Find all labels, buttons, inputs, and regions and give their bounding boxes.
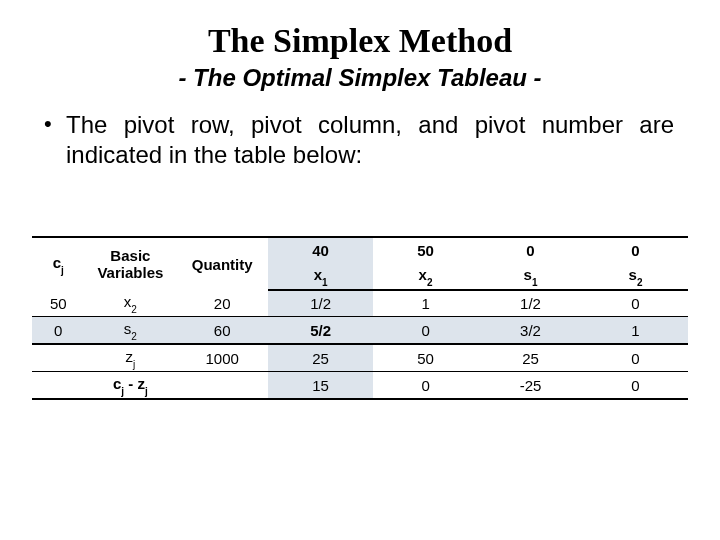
header-cj: cj [32, 237, 84, 290]
diff-s2: 0 [583, 372, 688, 400]
var-s2: s2 [583, 263, 688, 290]
row1-cj: 50 [32, 290, 84, 317]
diff-x1: 15 [268, 372, 373, 400]
var-x1: x1 [268, 263, 373, 290]
cost-0a: 0 [478, 237, 583, 263]
zj-x2: 50 [373, 344, 478, 372]
zj-s2: 0 [583, 344, 688, 372]
zj-x1: 25 [268, 344, 373, 372]
zj-qty: 1000 [176, 344, 268, 372]
cost-0b: 0 [583, 237, 688, 263]
bullet-text: The pivot row, pivot column, and pivot n… [40, 110, 674, 170]
row1-s1: 1/2 [478, 290, 583, 317]
page-title: The Simplex Method [40, 22, 680, 60]
var-x2: x2 [373, 263, 478, 290]
cj-minus-zj-label: cj - zj [84, 372, 176, 400]
header-quantity: Quantity [176, 237, 268, 290]
row2-basic: s2 [84, 317, 176, 345]
page-subtitle: - The Optimal Simplex Tableau - [40, 64, 680, 92]
row2-cj: 0 [32, 317, 84, 345]
cost-50: 50 [373, 237, 478, 263]
row2-x2: 0 [373, 317, 478, 345]
diff-x2: 0 [373, 372, 478, 400]
zj-s1: 25 [478, 344, 583, 372]
row1-x2: 1 [373, 290, 478, 317]
row1-basic: x2 [84, 290, 176, 317]
header-basic-variables: Basic Variables [84, 237, 176, 290]
simplex-tableau: cj Basic Variables Quantity 40 50 0 0 x1… [32, 236, 688, 400]
diff-s1: -25 [478, 372, 583, 400]
row2-s1: 3/2 [478, 317, 583, 345]
row2-qty: 60 [176, 317, 268, 345]
row1-s2: 0 [583, 290, 688, 317]
row1-x1: 1/2 [268, 290, 373, 317]
var-s1: s1 [478, 263, 583, 290]
zj-label: zj [84, 344, 176, 372]
cost-40: 40 [268, 237, 373, 263]
row2-s2: 1 [583, 317, 688, 345]
row1-qty: 20 [176, 290, 268, 317]
row2-x1-pivot: 5/2 [268, 317, 373, 345]
